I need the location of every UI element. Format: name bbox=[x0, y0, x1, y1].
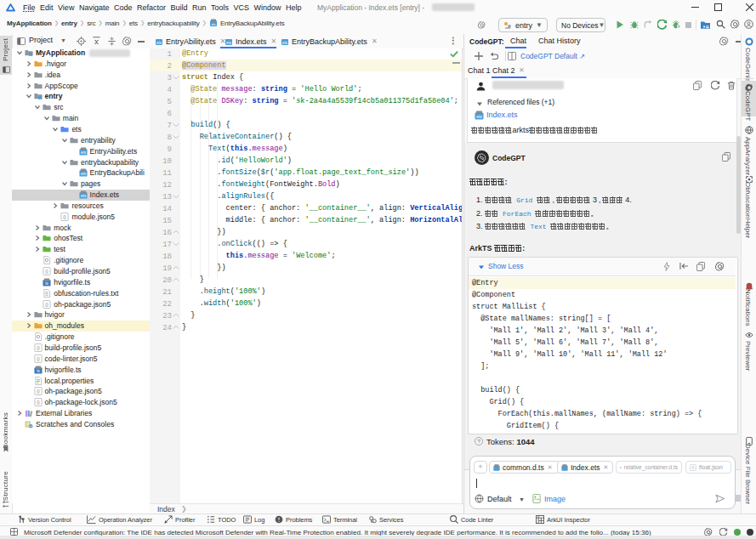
svg-text:ets: ets bbox=[81, 150, 87, 155]
svg-text:ets: ets bbox=[156, 41, 162, 45]
svg-text:ets: ets bbox=[81, 173, 87, 177]
svg-text:{}: {} bbox=[37, 356, 40, 361]
svg-text:{}: {} bbox=[64, 214, 67, 219]
svg-text:{}: {} bbox=[46, 269, 49, 274]
svg-text:{}: {} bbox=[37, 400, 40, 405]
svg-text:ets: ets bbox=[282, 41, 288, 45]
svg-text:ets: ets bbox=[81, 194, 87, 198]
svg-text:ets: ets bbox=[211, 22, 215, 26]
svg-text:ets: ets bbox=[476, 114, 482, 119]
svg-text:ets: ets bbox=[226, 41, 232, 45]
svg-text:?: ? bbox=[477, 439, 480, 444]
svg-text:{}: {} bbox=[37, 345, 40, 350]
svg-text:{}: {} bbox=[37, 389, 40, 394]
svg-text:{}: {} bbox=[46, 301, 49, 306]
